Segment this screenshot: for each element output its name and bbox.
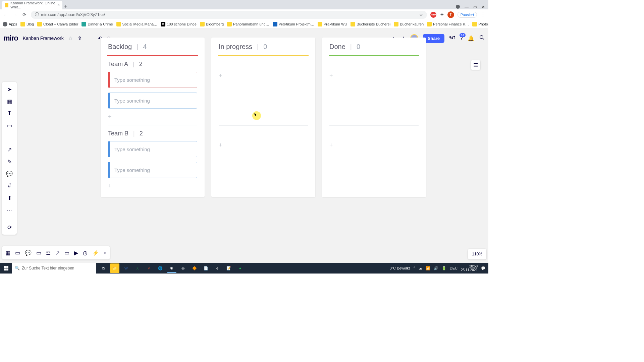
excel-icon[interactable]: X [133, 263, 142, 273]
lane-title[interactable]: Team B [108, 130, 128, 137]
clock[interactable]: 20:58 25.11.2021 [461, 264, 478, 272]
frame-tool-icon[interactable]: # [5, 181, 14, 190]
account-dot-icon[interactable] [456, 5, 460, 9]
start-button[interactable] [0, 263, 12, 274]
add-card-button[interactable]: + [219, 142, 308, 149]
kanban-card[interactable]: Type something [108, 93, 197, 109]
miro-canvas[interactable]: miro Kanban Framework ☆ ⇪ ↶ ↷ ➤ ✦ Share … [0, 28, 488, 263]
word-icon[interactable]: W [121, 263, 131, 273]
app-icon[interactable]: 🔶 [190, 263, 199, 273]
obs-icon[interactable]: ◎ [178, 263, 188, 273]
notifications-bell-icon[interactable]: 🔔 [468, 35, 474, 42]
battery-tray-icon[interactable]: 🔋 [442, 266, 446, 270]
bookmark-item[interactable]: Photoshop lernen [472, 22, 488, 26]
file-explorer-icon[interactable]: 📁 [110, 263, 119, 273]
wifi-tray-icon[interactable]: 📶 [426, 266, 430, 270]
kanban-card[interactable]: Type something [108, 162, 197, 178]
sync-paused-chip[interactable]: Pausiert [458, 12, 477, 18]
bookmark-item[interactable]: Dinner & Crime [82, 22, 113, 26]
language-indicator[interactable]: DEU [450, 266, 458, 270]
activity-panel-icon[interactable]: ☰ [471, 60, 480, 70]
notepad-icon[interactable]: 📝 [224, 263, 233, 273]
app-icon[interactable]: 📄 [201, 263, 211, 273]
sticky-note-tool-icon[interactable]: ▭ [5, 121, 14, 130]
bookmark-item[interactable]: Praktikum Projektm… [273, 22, 314, 26]
column-title[interactable]: In progress [219, 43, 252, 51]
taskbar-search-input[interactable]: 🔍 Zur Suche Text hier eingeben [12, 263, 96, 274]
tab-close-icon[interactable]: × [57, 3, 60, 7]
search-icon[interactable] [479, 35, 485, 42]
frames-panel-icon[interactable]: ▦ [5, 250, 10, 256]
onedrive-tray-icon[interactable]: ☁ [419, 266, 422, 270]
board-name[interactable]: Kanban Framework [23, 36, 64, 41]
abp-extension-icon[interactable]: ABP [430, 12, 436, 18]
bookmark-item[interactable]: B100 schöne Dinge [161, 22, 197, 26]
miro-logo[interactable]: miro [3, 34, 18, 43]
zoom-level[interactable]: 110% [468, 249, 486, 259]
share-button[interactable]: Share [423, 34, 444, 43]
activity-icon[interactable]: ☲ [46, 250, 51, 256]
select-tool-icon[interactable]: ➤ [5, 84, 14, 94]
browser-tab[interactable]: Kanban Framework, Online Whit… × [2, 1, 62, 9]
window-minimize-button[interactable]: — [465, 5, 469, 9]
bookmark-item[interactable]: Blog [20, 22, 34, 26]
bookmark-item[interactable]: Bücherliste Bücherei [351, 22, 390, 26]
collapse-toolbar-icon[interactable]: « [104, 250, 107, 256]
add-card-button[interactable]: + [329, 72, 419, 79]
chrome-icon[interactable]: ◉ [167, 263, 176, 273]
shape-tool-icon[interactable]: □ [5, 133, 14, 142]
add-card-button[interactable]: + [219, 72, 308, 79]
column-title[interactable]: Backlog [108, 43, 132, 51]
favorite-star-icon[interactable]: ☆ [68, 36, 73, 41]
bookmark-item[interactable]: Panoramabahn und… [227, 22, 269, 26]
url-input[interactable]: ⓘ miro.com/app/board/uXjVOf8yZ1s=/ ☆ [31, 11, 427, 19]
kanban-card[interactable]: Type something [108, 72, 197, 88]
reload-button[interactable]: ⟳ [21, 12, 28, 17]
bookmark-item[interactable]: Praktikum WU [318, 22, 347, 26]
text-tool-icon[interactable]: T [5, 109, 14, 118]
bookmark-item[interactable]: Personal Finance K… [427, 22, 469, 26]
edge-icon[interactable]: 🌐 [156, 263, 165, 273]
share-link-icon[interactable]: ↗ [55, 250, 60, 256]
bookmark-apps[interactable]: Apps [3, 22, 17, 26]
more-tools-icon[interactable]: ⋯ [5, 205, 14, 215]
powerpoint-icon[interactable]: P [144, 263, 154, 273]
add-card-button[interactable]: + [329, 142, 419, 149]
timer-icon[interactable]: ◷ [83, 250, 88, 256]
task-view-icon[interactable]: ⧉ [99, 263, 108, 273]
chrome-menu-icon[interactable]: ⋮ [480, 11, 486, 18]
back-button[interactable]: ← [3, 12, 9, 17]
spotify-icon[interactable]: ● [235, 263, 245, 273]
video-icon[interactable]: ▶ [74, 250, 78, 256]
bookmark-item[interactable]: Social Media Mana… [116, 22, 158, 26]
templates-tool-icon[interactable]: ▦ [5, 97, 14, 106]
window-close-button[interactable]: ✕ [482, 5, 485, 9]
pen-tool-icon[interactable]: ✎ [5, 157, 14, 166]
cards-panel-icon[interactable]: ▭ [36, 250, 41, 256]
connection-tool-icon[interactable]: ↗ [5, 145, 14, 154]
window-restore-button[interactable]: ▭ [473, 5, 477, 9]
site-info-icon[interactable]: ⓘ [35, 12, 39, 17]
profile-avatar-icon[interactable]: T [447, 11, 454, 18]
bookmark-item[interactable]: Cload + Canva Bilder [37, 22, 78, 26]
voting-icon[interactable]: ⚡ [92, 250, 99, 256]
add-card-button[interactable]: + [108, 113, 197, 120]
presentation-icon[interactable]: ▭ [15, 250, 20, 256]
edge-legacy-icon[interactable]: e [213, 263, 222, 273]
weather-widget[interactable]: 3°C Bewölkt [390, 266, 410, 270]
tray-chevron-icon[interactable]: ˄ [413, 266, 415, 270]
comment-tool-icon[interactable]: 💬 [5, 169, 14, 178]
upload-tool-icon[interactable]: ⬆ [5, 193, 14, 202]
forward-button[interactable]: → [12, 12, 18, 17]
comments-panel-icon[interactable]: 💬 [25, 250, 32, 256]
new-tab-button[interactable]: + [62, 3, 69, 9]
bookmark-item[interactable]: Bloomberg [200, 22, 224, 26]
kanban-board[interactable]: Backlog | 4 Team A | 2 Type something Ty… [101, 38, 426, 197]
bookmark-item[interactable]: Bücher kaufen [394, 22, 424, 26]
kanban-column-backlog[interactable]: Backlog | 4 Team A | 2 Type something Ty… [101, 38, 205, 197]
apps-tool-icon[interactable]: ⟳ [5, 223, 14, 232]
settings-icon[interactable] [449, 35, 455, 42]
kanban-column-done[interactable]: Done | 0 + + [322, 38, 426, 197]
kanban-column-in-progress[interactable]: In progress | 0 + + [211, 38, 315, 197]
volume-tray-icon[interactable]: 🔊 [434, 266, 438, 270]
